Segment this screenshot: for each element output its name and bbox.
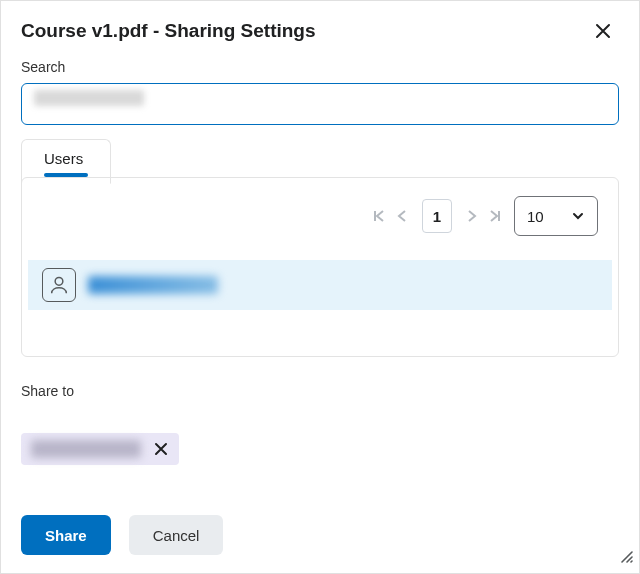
share-chip xyxy=(21,433,179,465)
user-icon xyxy=(48,274,70,296)
dialog-title: Course v1.pdf - Sharing Settings xyxy=(21,20,316,42)
tab-container: Users 1 xyxy=(21,177,619,357)
pagination: 1 10 xyxy=(22,178,618,254)
close-icon xyxy=(154,442,168,456)
page-number: 1 xyxy=(433,208,441,225)
page-size-select[interactable]: 10 xyxy=(514,196,598,236)
first-page-icon xyxy=(372,209,386,223)
resize-handle[interactable] xyxy=(619,549,633,567)
share-to-label: Share to xyxy=(21,383,619,399)
search-label: Search xyxy=(21,59,619,75)
close-button[interactable] xyxy=(591,19,615,43)
search-section: Search xyxy=(21,59,619,125)
dialog-body: Search Users xyxy=(1,53,639,503)
prev-page-button[interactable] xyxy=(396,209,408,223)
chevron-down-icon xyxy=(571,209,585,223)
share-to-section: Share to xyxy=(21,383,619,465)
first-page-button[interactable] xyxy=(372,209,386,223)
last-page-icon xyxy=(488,209,502,223)
next-page-button[interactable] xyxy=(466,209,478,223)
users-panel: 1 10 xyxy=(21,177,619,357)
share-button[interactable]: Share xyxy=(21,515,111,555)
share-chip-name xyxy=(31,440,141,458)
remove-chip-button[interactable] xyxy=(149,437,173,461)
tab-label: Users xyxy=(44,150,83,167)
cancel-button[interactable]: Cancel xyxy=(129,515,224,555)
chevron-left-icon xyxy=(396,209,408,223)
search-input-value xyxy=(34,90,144,106)
last-page-button[interactable] xyxy=(488,209,502,223)
pagination-nav: 1 xyxy=(372,199,502,233)
dialog-footer: Share Cancel xyxy=(1,501,639,573)
sharing-settings-dialog: Course v1.pdf - Sharing Settings Search … xyxy=(0,0,640,574)
user-row[interactable] xyxy=(28,260,612,310)
close-icon xyxy=(595,23,611,39)
dialog-header: Course v1.pdf - Sharing Settings xyxy=(1,1,639,51)
user-name xyxy=(88,276,218,294)
avatar xyxy=(42,268,76,302)
search-input[interactable] xyxy=(21,83,619,125)
page-size-value: 10 xyxy=(527,208,544,225)
chevron-right-icon xyxy=(466,209,478,223)
resize-icon xyxy=(619,549,633,563)
page-number-input[interactable]: 1 xyxy=(422,199,452,233)
svg-point-0 xyxy=(55,277,63,285)
